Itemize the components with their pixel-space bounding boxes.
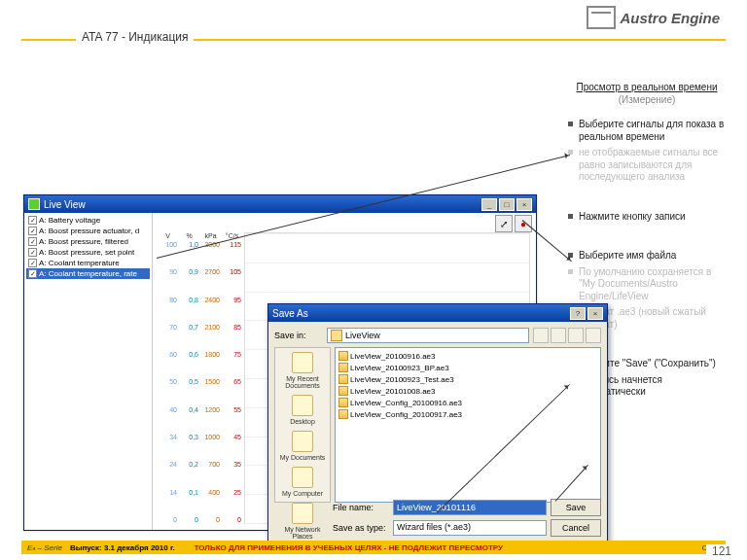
place-icon — [292, 431, 313, 452]
bullet-icon — [568, 269, 573, 274]
axis-head-pct: % — [180, 232, 198, 239]
save-in-label: Save in: — [274, 331, 323, 340]
instruction-item: Выберите сигналы для показа в реальном в… — [568, 119, 726, 143]
checkbox-icon[interactable]: ✓ — [28, 269, 37, 278]
file-item[interactable]: LiveView_20100923_BP.ae3 — [338, 362, 598, 373]
instruction-item: По умолчанию сохраняется в "My Documents… — [568, 266, 726, 303]
file-item[interactable]: LiveView_Config_20100916.ae3 — [338, 397, 598, 408]
dialog-titlebar[interactable]: Save As ? × — [268, 304, 607, 322]
file-icon — [338, 363, 348, 372]
place-item[interactable]: My Computer — [275, 467, 330, 497]
record-button[interactable]: ● — [515, 215, 532, 232]
filename-label: File name: — [333, 503, 389, 512]
place-item[interactable]: My Documents — [275, 431, 330, 461]
place-icon — [292, 352, 313, 373]
file-icon — [338, 386, 348, 396]
footer-series: E₄ – Serie — [27, 543, 62, 552]
file-icon — [338, 351, 348, 361]
footer-warning: ТОЛЬКО ДЛЯ ПРИМЕНЕНИЯ В УЧЕБНЫХ ЦЕЛЯХ - … — [195, 543, 503, 552]
brand-logo: Austro Engine — [587, 6, 720, 29]
dialog-help-button[interactable]: ? — [570, 307, 586, 320]
folder-icon — [331, 330, 342, 341]
brand-text: Austro Engine — [620, 10, 720, 26]
instruction-item: Нажмите кнопку записи — [568, 211, 726, 224]
checkbox-icon[interactable]: ✓ — [28, 227, 37, 235]
dialog-close-button[interactable]: × — [587, 307, 603, 320]
file-item[interactable]: LiveView_Config_20100917.ae3 — [338, 408, 598, 420]
signal-item[interactable]: ✓A: Boost pressure, set point — [26, 247, 150, 258]
window-title: Live View — [44, 199, 86, 210]
dialog-title: Save As — [272, 308, 308, 319]
dialog-toolbar — [533, 328, 601, 343]
logo-icon — [587, 6, 616, 29]
views-icon[interactable] — [586, 328, 601, 343]
signal-item[interactable]: ✓A: Boost pressure actuator, d — [26, 226, 150, 236]
up-icon[interactable] — [551, 328, 566, 343]
file-icon — [338, 409, 348, 419]
footer: E₄ – Serie Выпуск: 3.1 декабря 2010 г. Т… — [21, 541, 726, 554]
expand-button[interactable]: ⤢ — [495, 215, 513, 232]
footer-issue: Выпуск: 3.1 декабря 2010 г. — [70, 543, 175, 552]
signal-item[interactable]: ✓A: Coolant temperature, rate — [26, 268, 150, 279]
place-item[interactable]: My Recent Documents — [275, 352, 330, 389]
place-icon — [292, 467, 313, 488]
title-band: ATA 77 - Индикация — [21, 39, 726, 41]
places-bar: My Recent DocumentsDesktopMy DocumentsMy… — [274, 347, 331, 503]
page-number: 121 — [706, 544, 737, 558]
page-title: ATA 77 - Индикация — [76, 30, 194, 44]
signal-item[interactable]: ✓A: Coolant temperature — [26, 258, 150, 268]
cancel-button[interactable]: Cancel — [551, 519, 601, 537]
save-in-value: LiveView — [345, 331, 380, 340]
axis-head-kpa: kPa — [201, 232, 220, 239]
signal-item[interactable]: ✓A: Battery voltage — [26, 215, 150, 226]
filename-input[interactable] — [393, 500, 547, 515]
checkbox-icon[interactable]: ✓ — [28, 259, 37, 267]
minimize-button[interactable]: _ — [481, 198, 497, 211]
checkbox-icon[interactable]: ✓ — [28, 248, 37, 257]
axis-head-v: V — [159, 232, 177, 239]
file-icon — [338, 398, 348, 407]
titlebar[interactable]: Live View _ □ × — [24, 195, 536, 213]
file-item[interactable]: LiveView_20100916.ae3 — [338, 350, 598, 362]
maximize-button[interactable]: □ — [499, 198, 515, 211]
file-list[interactable]: LiveView_20100916.ae3LiveView_20100923_B… — [335, 347, 601, 503]
type-label: Save as type: — [333, 523, 389, 533]
file-icon — [338, 374, 348, 384]
app-icon — [28, 198, 40, 210]
file-item[interactable]: LiveView_20100923_Test.ae3 — [338, 373, 598, 385]
bullet-icon — [568, 122, 573, 126]
save-button[interactable]: Save — [551, 499, 601, 516]
signal-item[interactable]: ✓A: Boost pressure, filtered — [26, 236, 150, 247]
instructions-sub: (Измерение) — [568, 94, 726, 105]
type-combo[interactable]: Wizard files (*.ae3) — [393, 520, 547, 536]
instruction-item: Выберите имя файла — [568, 250, 726, 262]
close-button[interactable]: × — [516, 198, 532, 211]
place-item[interactable]: My Network Places — [275, 503, 330, 540]
instructions-head: Просмотр в реальном времени — [568, 82, 726, 92]
instruction-item: не отображаемые сигналы все равно записы… — [568, 147, 726, 184]
back-icon[interactable] — [533, 328, 549, 343]
save-in-combo[interactable]: LiveView — [327, 328, 529, 343]
signal-list[interactable]: ✓A: Battery voltage✓A: Boost pressure ac… — [24, 213, 153, 530]
place-icon — [292, 395, 313, 416]
checkbox-icon[interactable]: ✓ — [28, 237, 37, 246]
newfolder-icon[interactable] — [568, 328, 584, 343]
place-item[interactable]: Desktop — [275, 395, 330, 425]
bullet-icon — [568, 214, 573, 219]
checkbox-icon[interactable]: ✓ — [28, 216, 37, 225]
place-icon — [292, 503, 313, 524]
